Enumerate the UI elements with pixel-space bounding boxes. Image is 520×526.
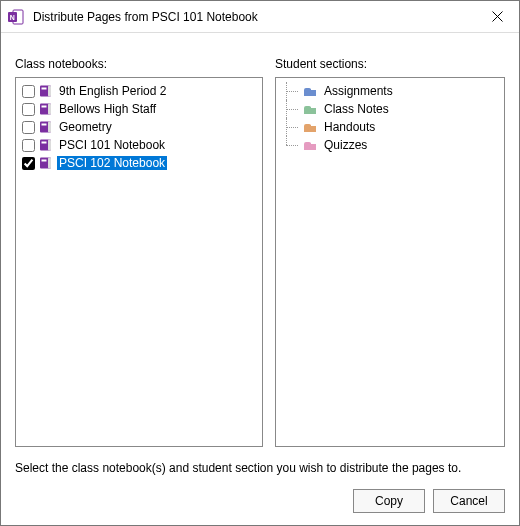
svg-rect-7 (42, 88, 47, 90)
class-notebook-checkbox[interactable] (22, 139, 35, 152)
svg-rect-16 (42, 142, 47, 144)
section-tab-icon (302, 122, 318, 132)
class-notebook-checkbox[interactable] (22, 121, 35, 134)
student-section-label: Quizzes (322, 138, 369, 152)
tree-branch-icon (280, 118, 302, 136)
class-notebook-item[interactable]: Geometry (20, 118, 258, 136)
class-notebook-checkbox[interactable] (22, 85, 35, 98)
tree-branch-icon (280, 136, 302, 154)
svg-rect-6 (48, 86, 51, 97)
section-tab-icon (302, 86, 318, 96)
notebook-icon (39, 85, 53, 97)
class-notebook-item[interactable]: 9th English Period 2 (20, 82, 258, 100)
student-sections-label: Student sections: (275, 57, 505, 71)
svg-text:N: N (10, 13, 15, 20)
svg-rect-12 (48, 122, 51, 133)
svg-rect-9 (48, 104, 51, 115)
dialog-title: Distribute Pages from PSCI 101 Notebook (33, 10, 475, 24)
class-notebook-item[interactable]: PSCI 101 Notebook (20, 136, 258, 154)
tree-branch-icon (280, 82, 302, 100)
class-notebook-label: PSCI 102 Notebook (57, 156, 167, 170)
student-section-label: Handouts (322, 120, 377, 134)
notebook-icon (39, 139, 53, 151)
svg-rect-10 (42, 106, 47, 108)
class-notebooks-list[interactable]: 9th English Period 2Bellows High StaffGe… (15, 77, 263, 447)
notebook-icon (39, 103, 53, 115)
student-sections-list[interactable]: AssignmentsClass NotesHandoutsQuizzes (275, 77, 505, 447)
student-section-item[interactable]: Class Notes (280, 100, 500, 118)
class-notebook-label: Bellows High Staff (57, 102, 158, 116)
class-notebooks-label: Class notebooks: (15, 57, 263, 71)
notebook-icon (39, 157, 53, 169)
titlebar: N Distribute Pages from PSCI 101 Noteboo… (1, 1, 519, 33)
cancel-button[interactable]: Cancel (433, 489, 505, 513)
section-tab-icon (302, 104, 318, 114)
button-row: Copy Cancel (15, 489, 505, 513)
svg-rect-13 (42, 124, 47, 126)
svg-rect-18 (48, 158, 51, 169)
tree-branch-icon (280, 100, 302, 118)
panes: Class notebooks: 9th English Period 2Bel… (15, 43, 505, 447)
student-section-label: Class Notes (322, 102, 391, 116)
svg-rect-15 (48, 140, 51, 151)
onenote-app-icon: N (7, 8, 25, 26)
section-tab-icon (302, 140, 318, 150)
copy-button[interactable]: Copy (353, 489, 425, 513)
student-section-item[interactable]: Handouts (280, 118, 500, 136)
class-notebook-label: 9th English Period 2 (57, 84, 168, 98)
close-button[interactable] (475, 1, 519, 32)
student-section-item[interactable]: Assignments (280, 82, 500, 100)
instruction-text: Select the class notebook(s) and student… (15, 461, 505, 475)
class-notebook-item[interactable]: PSCI 102 Notebook (20, 154, 258, 172)
class-notebook-item[interactable]: Bellows High Staff (20, 100, 258, 118)
student-section-item[interactable]: Quizzes (280, 136, 500, 154)
student-sections-pane: Student sections: AssignmentsClass Notes… (275, 43, 505, 447)
class-notebook-label: PSCI 101 Notebook (57, 138, 167, 152)
notebook-icon (39, 121, 53, 133)
class-notebook-label: Geometry (57, 120, 114, 134)
class-notebooks-pane: Class notebooks: 9th English Period 2Bel… (15, 43, 263, 447)
class-notebook-checkbox[interactable] (22, 157, 35, 170)
svg-rect-19 (42, 160, 47, 162)
dialog-window: N Distribute Pages from PSCI 101 Noteboo… (0, 0, 520, 526)
dialog-content: Class notebooks: 9th English Period 2Bel… (1, 33, 519, 525)
class-notebook-checkbox[interactable] (22, 103, 35, 116)
close-icon (492, 11, 503, 22)
student-section-label: Assignments (322, 84, 395, 98)
